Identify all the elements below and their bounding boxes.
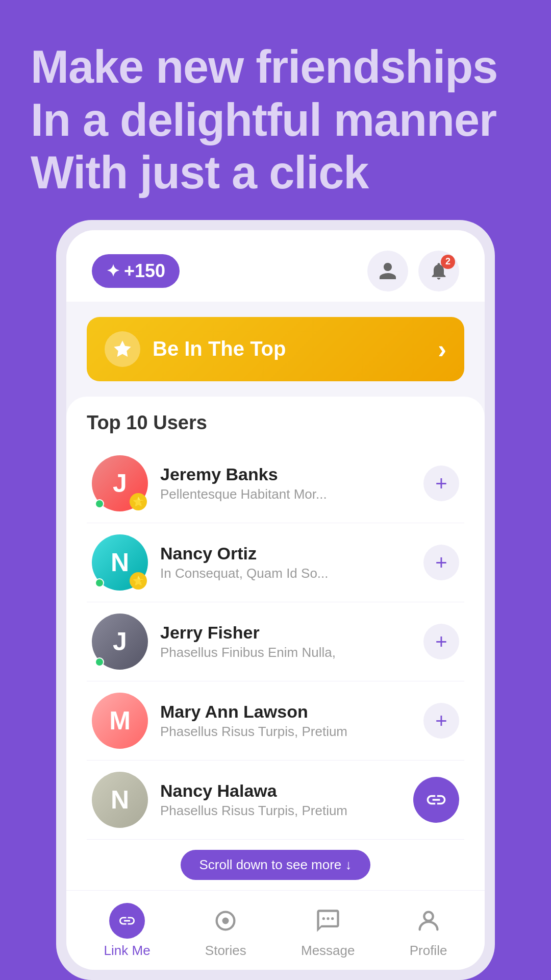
scroll-hint-button[interactable]: Scroll down to see more ↓: [181, 850, 370, 880]
user-list: J ⭐ Jeremy Banks Pellentesque Habitant M…: [87, 444, 464, 840]
message-icon: [310, 903, 346, 939]
svg-point-4: [331, 917, 334, 920]
section-title: Top 10 Users: [87, 412, 464, 434]
add-button[interactable]: +: [423, 465, 459, 501]
nav-item-message[interactable]: Message: [301, 903, 355, 959]
star-icon: [112, 339, 133, 359]
user-name: Jeremy Banks: [160, 464, 411, 484]
nav-item-stories[interactable]: Stories: [205, 903, 246, 959]
user-icon: [378, 261, 398, 281]
be-in-top-banner[interactable]: Be In The Top ›: [87, 317, 464, 381]
svg-point-5: [424, 912, 433, 920]
hero-section: Make new friendships In a delightful man…: [0, 0, 551, 220]
user-info: Jerry Fisher Phasellus Finibus Enim Null…: [160, 623, 411, 660]
table-row: J Jerry Fisher Phasellus Finibus Enim Nu…: [87, 602, 464, 681]
stories-svg: [212, 908, 239, 934]
profile-icon: [411, 903, 446, 939]
banner-label: Be In The Top: [153, 337, 286, 360]
user-desc: Phasellus Risus Turpis, Pretium: [160, 803, 401, 819]
link-button[interactable]: [413, 777, 459, 823]
user-desc: Phasellus Finibus Enim Nulla,: [160, 645, 411, 660]
hero-line1: Make new friendships: [31, 41, 497, 92]
star-badge: ⭐: [130, 493, 147, 510]
user-name: Mary Ann Lawson: [160, 702, 411, 722]
svg-point-2: [322, 917, 324, 920]
avatar-image: M: [92, 693, 148, 749]
user-info: Nancy Ortiz In Consequat, Quam Id So...: [160, 544, 411, 581]
avatar: N: [92, 772, 148, 828]
banner-arrow-icon: ›: [438, 334, 446, 364]
avatar: J ⭐: [92, 455, 148, 511]
link-me-icon: [109, 903, 145, 939]
table-row: M Mary Ann Lawson Phasellus Risus Turpis…: [87, 681, 464, 761]
notification-btn[interactable]: 2: [418, 251, 459, 291]
avatar-image: N: [92, 772, 148, 828]
profile-label: Profile: [410, 943, 447, 959]
online-indicator: [95, 657, 104, 667]
stories-label: Stories: [205, 943, 246, 959]
link-me-svg: [118, 912, 136, 930]
avatar-btn[interactable]: [367, 251, 408, 291]
nav-item-link-me[interactable]: Link Me: [104, 903, 151, 959]
header-icons: 2: [367, 251, 459, 291]
user-info: Mary Ann Lawson Phasellus Risus Turpis, …: [160, 702, 411, 740]
hero-line3: With just a click: [31, 147, 368, 198]
link-icon: [425, 789, 447, 811]
svg-point-3: [327, 917, 329, 920]
user-name: Nancy Halawa: [160, 781, 401, 801]
points-icon: ✦: [106, 261, 120, 281]
online-indicator: [95, 578, 104, 587]
points-value: +150: [124, 260, 165, 282]
app-header: ✦ +150 2: [66, 230, 485, 302]
hero-line2: In a delightful manner: [31, 94, 496, 145]
nav-item-profile[interactable]: Profile: [410, 903, 447, 959]
user-desc: Phasellus Risus Turpis, Pretium: [160, 724, 411, 740]
message-svg: [315, 908, 341, 934]
user-desc: Pellentesque Habitant Mor...: [160, 486, 411, 502]
profile-svg: [415, 908, 442, 934]
notification-badge: 2: [441, 255, 455, 269]
message-label: Message: [301, 943, 355, 959]
user-info: Jeremy Banks Pellentesque Habitant Mor..…: [160, 464, 411, 502]
avatar: J: [92, 614, 148, 670]
stories-icon: [208, 903, 243, 939]
content-area: Top 10 Users J ⭐ Jeremy Banks Pellentesq…: [66, 397, 485, 890]
add-button[interactable]: +: [423, 703, 459, 739]
phone-mockup: ✦ +150 2 Be In The: [56, 220, 495, 981]
banner-left: Be In The Top: [105, 331, 286, 367]
scroll-hint: Scroll down to see more ↓: [87, 850, 464, 880]
user-desc: In Consequat, Quam Id So...: [160, 566, 411, 581]
add-button[interactable]: +: [423, 624, 459, 659]
online-indicator: [95, 499, 104, 508]
table-row: N ⭐ Nancy Ortiz In Consequat, Quam Id So…: [87, 523, 464, 602]
avatar: N ⭐: [92, 534, 148, 591]
user-name: Nancy Ortiz: [160, 544, 411, 564]
avatar: M: [92, 693, 148, 749]
points-badge[interactable]: ✦ +150: [92, 254, 180, 288]
table-row: N Nancy Halawa Phasellus Risus Turpis, P…: [87, 761, 464, 840]
link-me-label: Link Me: [104, 943, 151, 959]
svg-point-1: [222, 917, 229, 924]
phone-screen: ✦ +150 2 Be In The: [66, 230, 485, 970]
user-info: Nancy Halawa Phasellus Risus Turpis, Pre…: [160, 781, 401, 819]
add-button[interactable]: +: [423, 545, 459, 580]
table-row: J ⭐ Jeremy Banks Pellentesque Habitant M…: [87, 444, 464, 523]
banner-star-icon: [105, 331, 140, 367]
bottom-navigation: Link Me Stories: [66, 890, 485, 970]
star-badge: ⭐: [130, 572, 147, 590]
user-name: Jerry Fisher: [160, 623, 411, 643]
